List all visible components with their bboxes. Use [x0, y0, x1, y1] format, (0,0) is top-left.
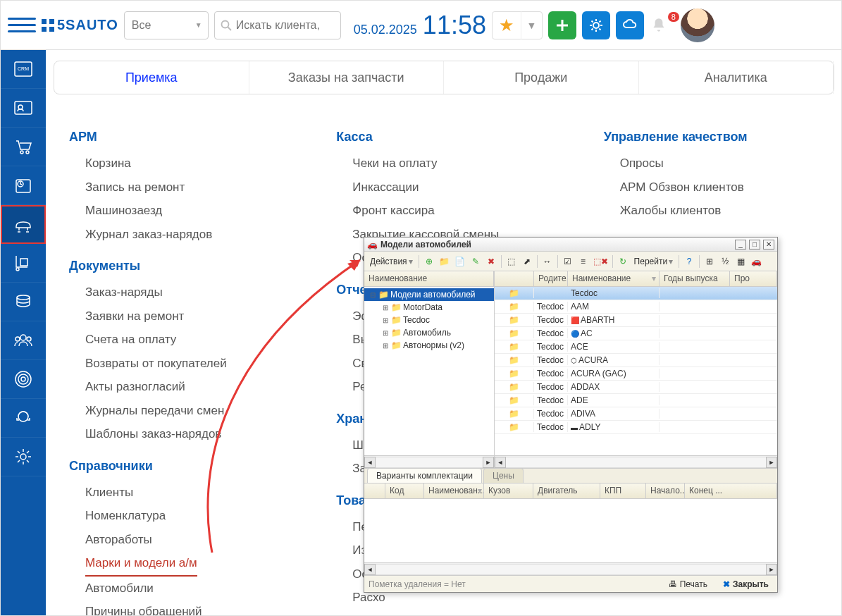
- settings-gear-button[interactable]: [582, 11, 610, 39]
- table-row[interactable]: 📁TecdocACURA (GAC): [495, 367, 777, 381]
- tree-row[interactable]: ⊞📁Tecdoc: [364, 314, 494, 326]
- menu-item[interactable]: Автоработы: [54, 528, 299, 552]
- dialog-titlebar[interactable]: 🚗 Модели автомобилей _ □ ✕: [364, 238, 777, 252]
- sidebar-people[interactable]: [1, 321, 46, 360]
- sidebar-cart[interactable]: [1, 128, 46, 166]
- btab-prices[interactable]: Цены: [483, 468, 524, 483]
- col-blank[interactable]: [495, 271, 534, 286]
- scroll-right[interactable]: ►: [483, 457, 494, 468]
- menu-item[interactable]: Жалобы клиентов: [588, 199, 834, 223]
- move-icon[interactable]: ↔: [540, 254, 555, 269]
- tree-header[interactable]: Наименование: [364, 271, 494, 286]
- sub-col-end[interactable]: Конец ...: [685, 483, 777, 498]
- select-icon[interactable]: ☑: [561, 254, 575, 269]
- col-parent[interactable]: Родите...: [534, 271, 568, 286]
- menu-item[interactable]: Запись на ремонт: [54, 175, 299, 199]
- grid-body[interactable]: 📁Tecdoc📁TecdocAAM📁Tecdoc🟥 ABARTH📁Tecdoc🔵…: [495, 287, 777, 455]
- sub-col-body[interactable]: Кузов: [484, 483, 533, 498]
- sidebar-car[interactable]: [1, 205, 46, 244]
- sub-grid-body[interactable]: [364, 499, 777, 562]
- sub-col-kpp[interactable]: КПП: [600, 483, 646, 498]
- tree-row[interactable]: ⊟📁Модели автомобилей: [364, 288, 494, 301]
- help-button[interactable]: [616, 11, 644, 39]
- edit-icon[interactable]: ✎: [469, 254, 483, 269]
- hierarchy-icon[interactable]: ⬈: [520, 254, 534, 269]
- menu-item[interactable]: Счета на оплату: [54, 328, 299, 352]
- add-icon[interactable]: ⊕: [422, 254, 436, 269]
- maximize-button[interactable]: □: [749, 240, 760, 250]
- print-button[interactable]: 🖶Печать: [664, 578, 712, 591]
- fraction-icon[interactable]: ½: [718, 254, 732, 269]
- menu-item[interactable]: Причины обращений: [54, 600, 299, 616]
- tree-row[interactable]: ⊞📁Автонормы (v2): [364, 339, 494, 352]
- col-name[interactable]: Наименование▾: [568, 271, 660, 286]
- menu-item[interactable]: Клиенты: [54, 481, 299, 505]
- search-input[interactable]: [236, 19, 335, 32]
- table-row[interactable]: 📁TecdocADIVA: [495, 407, 777, 421]
- tab-prodazhi[interactable]: Продажи: [444, 61, 639, 94]
- table-row[interactable]: 📁TecdocACE: [495, 340, 777, 354]
- sidebar-contacts[interactable]: [1, 89, 46, 128]
- menu-item[interactable]: Журнал заказ-нарядов: [54, 223, 299, 247]
- table-row[interactable]: 📁TecdocADDAX: [495, 381, 777, 394]
- menu-item[interactable]: АРМ Обзвон клиентов: [588, 175, 834, 199]
- table-row[interactable]: 📁TecdocAAM: [495, 300, 777, 314]
- menu-item[interactable]: Фронт кассира: [321, 199, 567, 223]
- list-icon[interactable]: ≡: [576, 254, 590, 269]
- notifications[interactable]: 8: [650, 16, 675, 35]
- favorites-dropdown[interactable]: ▼: [521, 11, 542, 39]
- sidebar-support[interactable]: [1, 399, 46, 438]
- menu-item[interactable]: Опросы: [588, 152, 834, 175]
- col-pro[interactable]: Про: [730, 271, 777, 286]
- toolbar-goto[interactable]: Перейти ▾: [631, 257, 676, 266]
- refresh-icon[interactable]: ↻: [616, 254, 630, 269]
- favorites[interactable]: ★ ▼: [492, 11, 543, 39]
- filter-icon[interactable]: ⬚: [504, 254, 519, 269]
- menu-item[interactable]: Заказ-наряды: [54, 281, 299, 304]
- add-folder-icon[interactable]: 📁: [438, 254, 452, 269]
- tab-priemka[interactable]: Приемка: [54, 61, 249, 94]
- sidebar-dolly[interactable]: [1, 244, 46, 283]
- sidebar-target[interactable]: [1, 360, 46, 399]
- grid-hscroll[interactable]: ◄ ►: [495, 455, 777, 468]
- sub-col-blank[interactable]: [364, 483, 385, 498]
- sidebar-crm[interactable]: CRM: [1, 50, 46, 89]
- menu-item[interactable]: Шаблоны заказ-нарядов: [54, 422, 299, 446]
- scroll-left[interactable]: ◄: [495, 457, 506, 468]
- tree[interactable]: ⊟📁Модели автомобилей⊞📁MotorData⊞📁Tecdoc⊞…: [364, 287, 494, 455]
- menu-item[interactable]: Инкассации: [321, 175, 567, 199]
- table-row[interactable]: 📁Tecdoc⬡ ACURA: [495, 354, 777, 367]
- sub-col-start[interactable]: Начало...: [646, 483, 685, 498]
- menu-toggle[interactable]: [8, 11, 36, 39]
- help-icon[interactable]: ?: [682, 254, 696, 269]
- sidebar-calendar[interactable]: [1, 166, 46, 205]
- minimize-button[interactable]: _: [735, 240, 746, 250]
- menu-item[interactable]: Машинозаезд: [54, 199, 299, 223]
- menu-item[interactable]: Акты разногласий: [54, 375, 299, 399]
- sub-hscroll[interactable]: ◄ ►: [364, 562, 777, 575]
- table-row[interactable]: 📁Tecdoc🔵 AC: [495, 327, 777, 340]
- tree-hscroll[interactable]: ◄ ►: [364, 455, 494, 468]
- scroll-right[interactable]: ►: [766, 564, 777, 575]
- menu-item[interactable]: Автомобили: [54, 577, 299, 600]
- table-row[interactable]: 📁Tecdoc▬ ADLY: [495, 421, 777, 434]
- menu-item[interactable]: Марки и модели а/м: [85, 551, 197, 577]
- tab-analitika[interactable]: Аналитика: [639, 61, 834, 94]
- columns-icon[interactable]: ▦: [733, 254, 748, 269]
- table-row[interactable]: 📁Tecdoc: [495, 287, 777, 300]
- delete-icon[interactable]: ✖: [484, 254, 498, 269]
- col-years[interactable]: Годы выпуска: [660, 271, 730, 286]
- sidebar-settings[interactable]: [1, 438, 46, 476]
- sub-col-engine[interactable]: Двигатель: [533, 483, 600, 498]
- clear-filter-icon[interactable]: ⬚✖: [592, 254, 609, 269]
- avatar[interactable]: [681, 8, 714, 42]
- menu-item[interactable]: Заявки на ремонт: [54, 304, 299, 328]
- tree-row[interactable]: ⊞📁Автомобиль: [364, 326, 494, 339]
- scroll-left[interactable]: ◄: [364, 564, 376, 575]
- menu-item[interactable]: Чеки на оплату: [321, 152, 567, 175]
- menu-item[interactable]: Журналы передачи смен: [54, 399, 299, 423]
- scroll-left[interactable]: ◄: [364, 457, 376, 468]
- close-button[interactable]: ✕: [763, 240, 774, 250]
- table-row[interactable]: 📁Tecdoc🟥 ABARTH: [495, 314, 777, 327]
- sub-col-code[interactable]: Код: [385, 483, 424, 498]
